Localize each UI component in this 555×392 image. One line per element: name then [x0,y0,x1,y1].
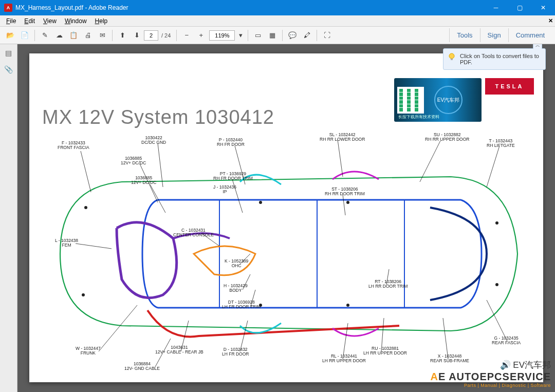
zoom-out-icon[interactable]: − [180,29,193,42]
label-dt: DT - 1036928LH FR DOOR TRIM [222,300,261,309]
save-icon[interactable]: ✎ [39,29,51,42]
label-c: C - 1032431CENTER CONSOLE [173,228,214,237]
label-r12: 104363112V+ CABLE - REAR JB [155,345,203,354]
label-gnd: 103688412V- GND CABLE [124,362,160,371]
label-k: K - 1052389OHC [225,259,248,268]
label-j: J - 1032436IP [213,185,236,194]
workspace: ▤ 📎 ︿ Click on Tools to convert files to… [0,44,555,392]
email-icon[interactable]: ✉ [96,29,108,42]
page-number-input[interactable] [144,30,158,41]
page-total-label: / 24 [161,32,171,39]
window-maximize-button[interactable]: ▢ [508,0,531,15]
toolbar: 📂 📄 ✎ ☁ 📋 🖨 ✉ ⬆ ⬇ / 24 − + ▾ ▭ ▦ 💬 🖍 ⛶ T… [0,27,555,44]
create-pdf-icon[interactable]: 📄 [18,29,31,42]
svg-line-18 [338,140,343,177]
label-rt: RT - 1038206LH RR DOOR TRIM [368,279,408,289]
thumbnails-icon[interactable]: ▤ [3,47,14,59]
zoom-dropdown-icon[interactable]: ▾ [237,29,244,42]
svg-point-11 [495,221,498,225]
label-g: G - 1032435REAR FASCIA [492,336,521,345]
label-v2: 103688512V+ DC/DC [131,176,156,185]
wiring-diagram: F - 1032433FRONT FASCIA 1030422DC/DC GND… [40,136,533,372]
label-rl: RL - 1032441LH RR UPPER DOOR [322,354,366,363]
page-down-icon[interactable]: ⬇ [131,29,143,42]
app-icon: A [4,4,12,12]
watermark: 🔊 EV汽车邦 AE AUTOEPCSERVICE Parts | Manual… [431,359,551,388]
menu-bar: File Edit View Window Help ✕ [0,15,555,27]
fit-width-icon[interactable]: ▦ [266,29,279,42]
svg-point-7 [259,201,262,204]
clipboard-icon[interactable]: 📋 [67,29,80,42]
fit-page-icon[interactable]: ▭ [252,29,264,42]
menu-edit[interactable]: Edit [20,16,39,26]
tooltip-collapse-icon[interactable]: ︿ [533,44,542,49]
attachments-icon[interactable]: 📎 [3,64,14,75]
open-icon[interactable]: 📂 [4,29,16,42]
page-up-icon[interactable]: ⬆ [116,29,128,42]
svg-point-12 [495,283,498,286]
svg-line-16 [150,184,165,213]
svg-rect-1 [451,59,453,60]
menu-window[interactable]: Window [61,16,91,26]
zoom-input[interactable] [209,30,235,41]
ev-brand-circle: EV汽车邦 [434,86,462,114]
cloud-icon[interactable]: ☁ [53,29,65,42]
svg-line-20 [487,146,499,187]
window-minimize-button[interactable]: ─ [484,0,508,15]
svg-line-36 [487,300,507,341]
svg-line-22 [343,195,345,215]
label-w: W - 1032447FRUNK [76,346,101,356]
menu-close-doc[interactable]: ✕ [548,17,553,24]
highlight-icon[interactable]: 🖍 [301,29,313,42]
svg-line-29 [99,305,137,351]
zoom-in-icon[interactable]: + [195,29,207,42]
svg-point-9 [346,201,349,204]
svg-line-14 [158,143,163,187]
print-icon[interactable]: 🖨 [82,29,94,42]
comment-note-icon[interactable]: 💬 [286,29,299,42]
svg-point-5 [84,206,87,209]
label-su: SU - 1032882RH RR UPPER DOOR [425,133,469,142]
svg-line-35 [443,318,448,359]
watermark-line2: AE AUTOEPCSERVICE [431,371,551,383]
read-mode-icon[interactable]: ⛶ [321,29,333,42]
menu-view[interactable]: View [39,16,61,26]
svg-point-0 [449,53,454,59]
svg-point-6 [82,293,85,296]
svg-point-10 [346,304,349,307]
lightbulb-icon [448,53,456,61]
label-d: D - 1032432LH FR DOOR [222,347,249,357]
document-heading: MX 12V System 1030412 [42,106,274,128]
menu-file[interactable]: File [2,16,20,26]
hint-tooltip: ︿ Click on Tools to convert files to PDF… [443,48,546,70]
ev-promo-card: EV汽车邦 长按下载所有技术资料 [394,78,482,122]
window-titlebar: A MX_Harness_Layout.pdf - Adobe Reader ─… [0,0,555,15]
pdf-page: TESLA EV汽车邦 长按下载所有技术资料 MX 12V System 103… [29,53,543,382]
label-st: ST - 1038206RH RR DOOR TRIM [325,187,365,196]
window-close-button[interactable]: ✕ [531,0,555,15]
comment-panel-button[interactable]: Comment [508,28,552,42]
label-t: T - 1032443RH LIFTGATE [487,139,515,148]
tools-panel-button[interactable]: Tools [449,28,479,42]
nav-sidepanel: ▤ 📎 [0,44,17,392]
document-viewport[interactable]: ︿ Click on Tools to convert files to PDF… [17,44,555,392]
label-sl: SL - 1032442RH RR LOWER DOOR [320,133,365,142]
svg-line-13 [81,151,91,192]
svg-line-23 [76,244,112,249]
tooltip-text: Click on Tools to convert files to PDF. [460,53,539,65]
sign-panel-button[interactable]: Sign [480,28,508,42]
ev-subtitle: 长按下载所有技术资料 [398,114,439,120]
svg-line-19 [420,141,440,182]
label-f: F - 1032433FRONT FASCIA [58,141,89,150]
label-p: P - 1032440RH FR DOOR [217,138,245,147]
label-v1: 103688512V+ DC/DC [121,156,146,165]
watermark-line1: 🔊 EV汽车邦 [431,359,551,371]
watermark-line3: Parts | Manual | Diagnostic | Software [431,383,551,388]
label-dc: 1030422DC/DC GND [141,136,166,145]
label-h: H - 1032429BODY [224,284,248,293]
window-title: MX_Harness_Layout.pdf - Adobe Reader [15,4,484,11]
menu-help[interactable]: Help [91,16,112,26]
label-ru: RU - 1032881LH RR UPPER DOOR [363,346,407,356]
label-l: L - 1032438FEM [55,238,78,248]
tesla-logo: TESLA [485,78,534,95]
